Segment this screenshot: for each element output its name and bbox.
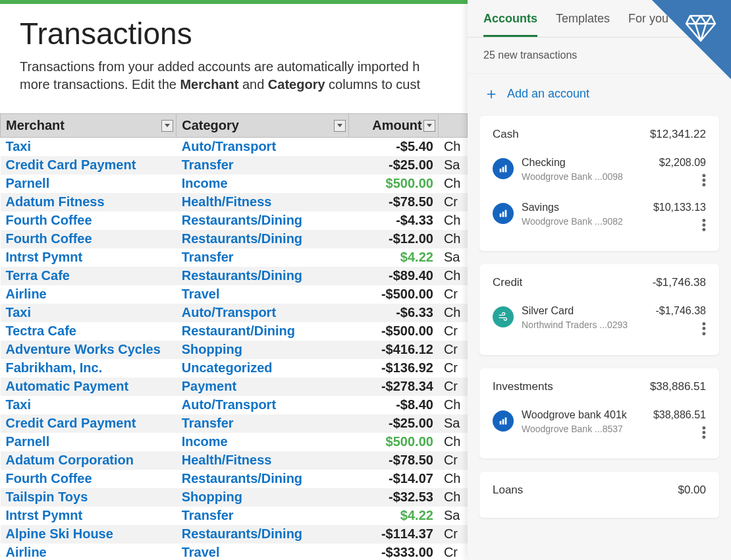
merchant-cell[interactable]: Airline bbox=[1, 544, 176, 561]
merchant-cell[interactable]: Fourth Coffee bbox=[1, 230, 176, 248]
category-cell[interactable]: Travel bbox=[176, 544, 349, 561]
amount-cell: $500.00 bbox=[349, 175, 439, 193]
category-cell[interactable]: Income bbox=[176, 433, 349, 451]
filter-amount-icon[interactable] bbox=[423, 120, 435, 132]
category-cell[interactable]: Restaurants/Dining bbox=[176, 267, 349, 285]
column-merchant[interactable]: Merchant bbox=[1, 114, 176, 138]
category-cell[interactable]: Auto/Transport bbox=[176, 396, 349, 414]
column-category[interactable]: Category bbox=[176, 114, 349, 138]
column-amount[interactable]: Amount $ bbox=[349, 114, 439, 138]
table-row[interactable]: Intrst PymntTransfer$4.22Sa bbox=[1, 248, 468, 267]
table-row[interactable]: Alpine Ski HouseRestaurants/Dining-$114.… bbox=[1, 525, 468, 544]
merchant-cell[interactable]: Terra Cafe bbox=[1, 267, 176, 285]
merchant-cell[interactable]: Alpine Ski House bbox=[1, 525, 176, 544]
merchant-cell[interactable]: Credit Card Payment bbox=[1, 156, 176, 175]
merchant-cell[interactable]: Taxi bbox=[1, 304, 176, 322]
category-cell[interactable]: Shopping bbox=[176, 341, 349, 359]
merchant-cell[interactable]: Adatum Corporation bbox=[1, 451, 176, 470]
table-row[interactable]: Adventure Works CyclesShopping-$416.12Cr bbox=[1, 341, 468, 359]
table-row[interactable]: Automatic PaymentPayment-$278.34Cr bbox=[1, 378, 468, 396]
category-cell[interactable]: Transfer bbox=[176, 156, 349, 175]
category-cell[interactable]: Transfer bbox=[176, 248, 349, 267]
table-row[interactable]: Credit Card PaymentTransfer-$25.00Sa bbox=[1, 414, 468, 433]
category-cell[interactable]: Travel bbox=[176, 285, 349, 304]
merchant-cell[interactable]: Intrst Pymnt bbox=[1, 507, 176, 525]
account-row[interactable]: Silver CardNorthwind Traders ...0293-$1,… bbox=[493, 298, 706, 343]
table-row[interactable]: TaxiAuto/Transport-$8.40Ch bbox=[1, 396, 468, 414]
account-row[interactable]: Woodgrove bank 401kWoodgrove Bank ...853… bbox=[493, 403, 706, 447]
tab-accounts[interactable]: Accounts bbox=[483, 12, 537, 37]
category-cell[interactable]: Uncategorized bbox=[176, 359, 349, 378]
merchant-cell[interactable]: Parnell bbox=[1, 433, 176, 451]
table-row[interactable]: AirlineTravel-$500.00Cr bbox=[1, 285, 468, 304]
merchant-cell[interactable]: Automatic Payment bbox=[1, 378, 176, 396]
table-row[interactable]: Fourth CoffeeRestaurants/Dining-$14.07Ch bbox=[1, 470, 468, 488]
table-row[interactable]: Adatum CorporationHealth/Fitness-$78.50C… bbox=[1, 451, 468, 470]
category-cell[interactable]: Health/Fitness bbox=[176, 451, 349, 470]
group-header: Loans$0.00 bbox=[493, 484, 706, 497]
merchant-cell[interactable]: Tectra Cafe bbox=[1, 322, 176, 341]
account-row[interactable]: SavingsWoodgrove Bank ...9082$10,133.13•… bbox=[493, 195, 706, 240]
merchant-cell[interactable]: Airline bbox=[1, 285, 176, 304]
group-name: Investments bbox=[493, 380, 553, 393]
amount-cell: -$500.00 bbox=[349, 322, 439, 341]
account-group-investments: Investments$38,886.51Woodgrove bank 401k… bbox=[479, 368, 719, 459]
account-icon bbox=[493, 410, 514, 432]
table-row[interactable]: Terra CafeRestaurants/Dining-$89.40Ch bbox=[1, 267, 468, 285]
table-row[interactable]: Tailspin ToysShopping-$32.53Ch bbox=[1, 488, 468, 507]
merchant-cell[interactable]: Taxi bbox=[1, 138, 176, 156]
table-row[interactable]: AirlineTravel-$333.00Cr bbox=[1, 544, 468, 561]
category-cell[interactable]: Auto/Transport bbox=[176, 304, 349, 322]
category-cell[interactable]: Payment bbox=[176, 378, 349, 396]
account-bank: Northwind Traders ...0293 bbox=[522, 320, 647, 330]
filter-merchant-icon[interactable] bbox=[161, 120, 173, 132]
account-partial-cell: Ch bbox=[439, 175, 468, 193]
category-cell[interactable]: Restaurants/Dining bbox=[176, 230, 349, 248]
merchant-cell[interactable]: Fourth Coffee bbox=[1, 470, 176, 488]
category-cell[interactable]: Income bbox=[176, 175, 349, 193]
table-row[interactable]: ParnellIncome$500.00Ch bbox=[1, 175, 468, 193]
table-row[interactable]: TaxiAuto/Transport-$6.33Ch bbox=[1, 304, 468, 322]
category-cell[interactable]: Shopping bbox=[176, 488, 349, 507]
tab-templates[interactable]: Templates bbox=[556, 12, 610, 37]
account-icon bbox=[493, 158, 514, 179]
table-row[interactable]: Fabrikham, Inc.Uncategorized-$136.92Cr bbox=[1, 359, 468, 378]
more-icon[interactable]: ••• bbox=[653, 219, 706, 233]
merchant-cell[interactable]: Intrst Pymnt bbox=[1, 248, 176, 267]
merchant-cell[interactable]: Adatum Fitness bbox=[1, 193, 176, 211]
merchant-cell[interactable]: Fourth Coffee bbox=[1, 211, 176, 230]
account-row[interactable]: CheckingWoodgrove Bank ...0098$2,208.09•… bbox=[493, 150, 706, 195]
table-row[interactable]: Credit Card PaymentTransfer-$25.00Sa bbox=[1, 156, 468, 175]
table-row[interactable]: Tectra CafeRestaurant/Dining-$500.00Cr bbox=[1, 322, 468, 341]
category-cell[interactable]: Restaurants/Dining bbox=[176, 470, 349, 488]
table-row[interactable]: ParnellIncome$500.00Ch bbox=[1, 433, 468, 451]
more-icon[interactable]: ••• bbox=[653, 426, 706, 441]
category-cell[interactable]: Health/Fitness bbox=[176, 193, 349, 211]
merchant-cell[interactable]: Parnell bbox=[1, 175, 176, 193]
merchant-cell[interactable]: Tailspin Toys bbox=[1, 488, 176, 507]
table-row[interactable]: Fourth CoffeeRestaurants/Dining-$4.33Ch bbox=[1, 211, 468, 230]
merchant-cell[interactable]: Adventure Works Cycles bbox=[1, 341, 176, 359]
more-icon[interactable]: ••• bbox=[659, 174, 706, 188]
account-partial-cell: Cr bbox=[439, 341, 468, 359]
table-row[interactable]: Intrst PymntTransfer$4.22Sa bbox=[1, 507, 468, 525]
more-icon[interactable]: ••• bbox=[655, 322, 706, 337]
category-cell[interactable]: Restaurants/Dining bbox=[176, 211, 349, 230]
category-cell[interactable]: Restaurants/Dining bbox=[176, 525, 349, 544]
amount-cell: -$78.50 bbox=[349, 451, 439, 470]
table-row[interactable]: Fourth CoffeeRestaurants/Dining-$12.00Ch bbox=[1, 230, 468, 248]
category-cell[interactable]: Transfer bbox=[176, 507, 349, 525]
table-row[interactable]: TaxiAuto/Transport-$5.40Ch bbox=[1, 138, 468, 156]
group-header: Credit-$1,746.38 bbox=[493, 276, 706, 289]
account-name: Checking bbox=[522, 157, 651, 169]
merchant-cell[interactable]: Taxi bbox=[1, 396, 176, 414]
merchant-cell[interactable]: Credit Card Payment bbox=[1, 414, 176, 433]
category-cell[interactable]: Transfer bbox=[176, 414, 349, 433]
category-cell[interactable]: Restaurant/Dining bbox=[176, 322, 349, 341]
amount-cell: -$136.92 bbox=[349, 359, 439, 378]
account-bank: Woodgrove Bank ...9082 bbox=[522, 216, 645, 227]
merchant-cell[interactable]: Fabrikham, Inc. bbox=[1, 359, 176, 378]
table-row[interactable]: Adatum FitnessHealth/Fitness-$78.50Cr bbox=[1, 193, 468, 211]
filter-category-icon[interactable] bbox=[334, 120, 346, 132]
category-cell[interactable]: Auto/Transport bbox=[176, 138, 349, 156]
